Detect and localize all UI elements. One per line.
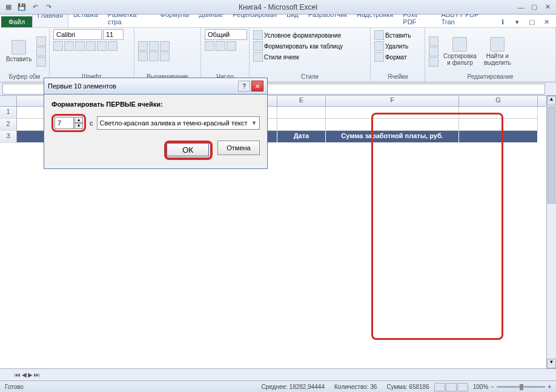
format-combo[interactable]: Светло-красная заливка и темно-красный т… bbox=[97, 116, 260, 130]
cond-format-button[interactable]: Условное форматирование bbox=[253, 30, 341, 40]
maximize-icon[interactable]: ▢ bbox=[528, 2, 540, 13]
cancel-button[interactable]: Отмена bbox=[217, 141, 260, 155]
save-icon[interactable]: 💾 bbox=[16, 2, 28, 13]
cell[interactable]: Дата bbox=[277, 131, 326, 143]
col-header-F[interactable]: F bbox=[326, 96, 459, 106]
find-icon bbox=[490, 37, 505, 51]
zoom-out-icon[interactable]: − bbox=[491, 384, 494, 390]
percent-icon[interactable] bbox=[216, 41, 225, 51]
align-bl-icon[interactable] bbox=[138, 51, 148, 61]
title-bar: ▦ 💾 ↶ ↷ Книга4 - Microsoft Excel — ▢ ✕ bbox=[0, 0, 556, 15]
help-icon[interactable]: ℹ bbox=[497, 16, 509, 27]
spin-down-icon[interactable]: ▼ bbox=[74, 123, 83, 129]
vertical-scrollbar[interactable]: ▲ ▼ bbox=[546, 96, 556, 368]
undo-icon[interactable]: ↶ bbox=[29, 2, 41, 13]
cell[interactable]: Сумма заработной платы, руб. bbox=[326, 131, 459, 143]
table-icon bbox=[253, 41, 263, 51]
cell[interactable] bbox=[326, 107, 459, 119]
zoom-slider[interactable] bbox=[497, 386, 545, 388]
redo-icon[interactable]: ↷ bbox=[42, 2, 55, 13]
fill-icon[interactable] bbox=[97, 41, 107, 51]
comma-icon[interactable] bbox=[227, 41, 236, 51]
scroll-up-icon[interactable]: ▲ bbox=[547, 96, 556, 105]
format-button[interactable]: Формат bbox=[374, 52, 407, 62]
ribbon-min-icon[interactable]: ▾ bbox=[511, 16, 523, 27]
col-header-E[interactable]: E bbox=[277, 96, 326, 106]
win-restore-icon[interactable]: ▢ bbox=[526, 16, 538, 27]
align-bc-icon[interactable] bbox=[149, 51, 159, 61]
fill-down-icon[interactable] bbox=[429, 47, 439, 56]
cell[interactable] bbox=[326, 119, 459, 131]
view-break-icon[interactable] bbox=[457, 383, 468, 391]
top10-dialog: Первые 10 элементов ? ✕ Форматировать ПЕ… bbox=[44, 78, 268, 169]
close-icon[interactable]: ✕ bbox=[541, 2, 554, 13]
status-avg: Среднее: 18282,94444 bbox=[261, 384, 325, 390]
cell[interactable] bbox=[459, 119, 538, 131]
row-header[interactable]: 1 bbox=[0, 107, 17, 119]
cell-styles-button[interactable]: Стили ячеек bbox=[253, 52, 299, 62]
currency-icon[interactable] bbox=[205, 41, 214, 51]
format-table-button[interactable]: Форматировать как таблицу bbox=[253, 41, 343, 51]
italic-icon[interactable] bbox=[64, 41, 74, 51]
ok-button-highlight: ОК bbox=[164, 141, 213, 160]
zoom-in-icon[interactable]: + bbox=[548, 384, 551, 390]
scroll-thumb[interactable] bbox=[548, 107, 555, 204]
minimize-icon[interactable]: — bbox=[515, 2, 527, 13]
sheet-nav-first-icon[interactable]: ⏮ bbox=[15, 371, 21, 378]
number-format[interactable] bbox=[205, 29, 247, 40]
spin-up-icon[interactable]: ▲ bbox=[74, 117, 83, 123]
status-bar: Готово Среднее: 18282,94444 Количество: … bbox=[0, 380, 556, 392]
align-tr-icon[interactable] bbox=[160, 41, 170, 51]
sheet-nav-next-icon[interactable]: ▶ bbox=[28, 371, 33, 378]
align-tc-icon[interactable] bbox=[149, 41, 159, 51]
cell[interactable] bbox=[459, 107, 538, 119]
font-color-icon[interactable] bbox=[108, 41, 117, 51]
bold-icon[interactable] bbox=[53, 41, 63, 51]
select-all-corner[interactable] bbox=[0, 96, 17, 106]
ribbon: Вставить Буфер обм Шрифт Выравнивание Чи… bbox=[0, 28, 556, 82]
border-icon[interactable] bbox=[86, 41, 96, 51]
underline-icon[interactable] bbox=[75, 41, 85, 51]
cell[interactable] bbox=[277, 119, 326, 131]
win-close-icon[interactable]: ✕ bbox=[540, 16, 552, 27]
delete-button[interactable]: Удалить bbox=[374, 41, 408, 51]
dialog-titlebar[interactable]: Первые 10 элементов ? ✕ bbox=[44, 78, 268, 95]
group-styles: Стили bbox=[253, 73, 366, 81]
view-layout-icon[interactable] bbox=[446, 383, 457, 391]
find-select-button[interactable]: Найти и выделить bbox=[482, 36, 514, 67]
status-ready: Готово bbox=[5, 384, 24, 390]
row-header[interactable]: 2 bbox=[0, 119, 17, 131]
col-header-G[interactable]: G bbox=[459, 96, 538, 106]
copy-icon[interactable] bbox=[36, 47, 46, 56]
view-normal-icon[interactable] bbox=[434, 383, 445, 391]
cut-icon[interactable] bbox=[36, 36, 46, 46]
autosum-icon[interactable] bbox=[429, 36, 439, 46]
sheet-nav-prev-icon[interactable]: ◀ bbox=[22, 371, 27, 378]
cell[interactable] bbox=[459, 131, 538, 143]
ok-button[interactable]: ОК bbox=[167, 143, 209, 156]
cond-format-icon bbox=[253, 30, 263, 40]
tab-file[interactable]: Файл bbox=[1, 16, 32, 27]
dialog-title: Первые 10 элементов bbox=[48, 82, 237, 90]
insert-button[interactable]: Вставить bbox=[374, 30, 411, 40]
paste-icon bbox=[12, 40, 26, 55]
delete-icon bbox=[374, 41, 384, 51]
format-cell-icon bbox=[374, 52, 384, 62]
excel-icon: ▦ bbox=[2, 2, 15, 13]
dialog-help-icon[interactable]: ? bbox=[238, 81, 250, 91]
paste-button[interactable]: Вставить bbox=[4, 39, 34, 64]
format-painter-icon[interactable] bbox=[36, 57, 46, 67]
group-cells: Ячейки bbox=[374, 73, 421, 81]
font-size[interactable] bbox=[103, 29, 124, 40]
align-tl-icon[interactable] bbox=[138, 41, 148, 51]
font-name[interactable] bbox=[53, 29, 102, 40]
clear-icon[interactable] bbox=[429, 57, 439, 67]
cell[interactable] bbox=[277, 107, 326, 119]
sheet-nav-last-icon[interactable]: ⏭ bbox=[34, 371, 40, 378]
sort-filter-button[interactable]: Сортировка и фильтр bbox=[441, 36, 479, 67]
row-header[interactable]: 3 bbox=[0, 131, 17, 143]
align-br-icon[interactable] bbox=[160, 51, 170, 61]
dialog-close-icon[interactable]: ✕ bbox=[251, 81, 263, 91]
value-input[interactable] bbox=[55, 117, 74, 129]
scroll-down-icon[interactable]: ▼ bbox=[547, 359, 556, 368]
